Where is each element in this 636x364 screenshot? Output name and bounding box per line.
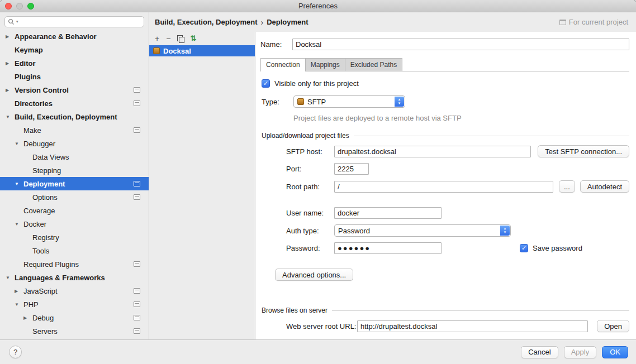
- chevron-down-icon[interactable]: ▼: [6, 275, 15, 280]
- project-settings-icon: [134, 181, 140, 186]
- sidebar-item-languages-frameworks[interactable]: ▼Languages & Frameworks: [0, 271, 149, 284]
- sidebar-item-docker[interactable]: ▼Docker: [0, 217, 149, 231]
- sidebar-item-deployment[interactable]: ▼Deployment: [0, 177, 149, 190]
- sidebar-item-directories[interactable]: Directories: [0, 97, 149, 110]
- sidebar-item-required-plugins[interactable]: Required Plugins: [0, 257, 149, 271]
- sidebar-item-php[interactable]: ▼PHP: [0, 298, 149, 311]
- sidebar-item-label: Debug: [32, 314, 54, 322]
- sidebar-item-registry[interactable]: Registry: [0, 231, 149, 244]
- sidebar-item-options[interactable]: Options: [0, 190, 149, 204]
- sidebar-item-javascript[interactable]: ▶JavaScript: [0, 284, 149, 298]
- copy-server-button[interactable]: [177, 35, 183, 42]
- sidebar-item-tools[interactable]: Tools: [0, 244, 149, 257]
- ok-button[interactable]: OK: [602, 346, 628, 358]
- chevron-right-icon[interactable]: ▶: [23, 315, 32, 320]
- sidebar-item-stepping[interactable]: Stepping: [0, 164, 149, 177]
- sidebar-item-make[interactable]: Make: [0, 123, 149, 137]
- sidebar-item-appearance-behavior[interactable]: ▶Appearance & Behavior: [0, 30, 149, 43]
- password-label: Password:: [286, 244, 334, 252]
- sync-server-button[interactable]: ⇅: [190, 35, 196, 42]
- sidebar-item-label: Languages & Frameworks: [15, 274, 105, 282]
- type-label: Type:: [262, 98, 293, 106]
- server-list-item[interactable]: Docksal: [149, 45, 255, 56]
- open-button[interactable]: Open: [597, 320, 629, 332]
- deployment-form: Name: Connection Mappings Excluded Paths…: [255, 32, 636, 339]
- sidebar-item-plugins[interactable]: Plugins: [0, 70, 149, 83]
- combo-stepper-icon[interactable]: [500, 226, 510, 236]
- save-password-checkbox[interactable]: [520, 244, 528, 252]
- name-field[interactable]: [292, 39, 629, 50]
- help-button[interactable]: ?: [9, 346, 22, 358]
- server-icon: [153, 47, 160, 54]
- root-path-field[interactable]: [334, 181, 553, 193]
- tab-mappings[interactable]: Mappings: [306, 58, 345, 71]
- sidebar-item-label: Registry: [32, 233, 59, 242]
- breadcrumb-separator-icon: ›: [260, 18, 263, 27]
- type-value: SFTP: [307, 98, 326, 106]
- name-label: Name:: [260, 40, 292, 49]
- sftp-host-field[interactable]: [334, 146, 531, 157]
- type-select[interactable]: SFTP: [293, 95, 405, 108]
- type-help-text: Project files are deployed to a remote h…: [293, 114, 629, 122]
- chevron-down-icon[interactable]: ▼: [6, 114, 15, 119]
- user-name-field[interactable]: [334, 207, 442, 219]
- remove-server-button[interactable]: −: [166, 35, 170, 42]
- autodetect-button[interactable]: Autodetect: [580, 180, 629, 193]
- web-root-field[interactable]: [357, 320, 588, 332]
- password-field[interactable]: [334, 242, 442, 254]
- sidebar-item-debug[interactable]: ▶Debug: [0, 311, 149, 324]
- auth-type-label: Auth type:: [286, 227, 334, 235]
- sidebar-item-label: Directories: [15, 99, 53, 108]
- chevron-right-icon[interactable]: ▶: [6, 34, 15, 39]
- sidebar-item-label: Tools: [32, 247, 49, 255]
- preferences-window: Preferences ▾ ▶Appearance & BehaviorKeym…: [0, 0, 636, 364]
- chevron-down-icon[interactable]: ▼: [15, 302, 23, 307]
- chevron-down-icon[interactable]: ▼: [15, 181, 23, 186]
- close-button[interactable]: [5, 3, 12, 9]
- root-path-label: Root path:: [286, 183, 334, 191]
- apply-button[interactable]: Apply: [564, 346, 597, 358]
- sidebar-item-version-control[interactable]: ▶Version Control: [0, 83, 149, 97]
- sidebar-item-build-execution-deployment[interactable]: ▼Build, Execution, Deployment: [0, 110, 149, 123]
- port-field[interactable]: [334, 163, 369, 175]
- sidebar-item-editor[interactable]: ▶Editor: [0, 56, 149, 70]
- chevron-right-icon[interactable]: ▶: [15, 289, 23, 294]
- browse-group-title: Browse files on server: [262, 306, 328, 314]
- search-options-caret-icon[interactable]: ▾: [16, 20, 18, 24]
- visible-only-checkbox[interactable]: [262, 79, 270, 88]
- sidebar-item-label: JavaScript: [23, 287, 58, 295]
- breadcrumb: Build, Execution, Deployment › Deploymen…: [149, 12, 636, 32]
- add-server-button[interactable]: +: [155, 35, 159, 42]
- project-scope-label: For current project: [569, 18, 628, 26]
- group-divider: [332, 310, 629, 311]
- chevron-right-icon[interactable]: ▶: [6, 61, 15, 66]
- window-title: Preferences: [298, 2, 338, 10]
- chevron-right-icon[interactable]: ▶: [6, 88, 15, 93]
- sidebar-item-keymap[interactable]: Keymap: [0, 43, 149, 56]
- combo-stepper-icon[interactable]: [395, 97, 404, 107]
- test-sftp-connection-button[interactable]: Test SFTP connection...: [538, 145, 629, 157]
- browse-root-path-button[interactable]: ...: [559, 180, 575, 193]
- sidebar-item-data-views[interactable]: Data Views: [0, 150, 149, 164]
- sidebar-item-label: Options: [32, 193, 58, 202]
- sidebar-item-label: Version Control: [15, 86, 69, 94]
- cancel-button[interactable]: Cancel: [521, 346, 558, 358]
- browse-group-header: Browse files on server: [262, 306, 629, 314]
- chevron-down-icon[interactable]: ▼: [15, 141, 23, 146]
- chevron-down-icon[interactable]: ▼: [15, 222, 23, 227]
- search-icon: [8, 18, 15, 25]
- sidebar-item-label: Appearance & Behavior: [15, 32, 97, 41]
- sidebar-item-debugger[interactable]: ▼Debugger: [0, 137, 149, 150]
- sidebar-item-coverage[interactable]: Coverage: [0, 204, 149, 217]
- tab-connection[interactable]: Connection: [260, 58, 306, 71]
- auth-type-select[interactable]: Password: [334, 224, 511, 237]
- sidebar-item-servers[interactable]: Servers: [0, 324, 149, 338]
- advanced-options-button[interactable]: Advanced options...: [275, 269, 353, 281]
- auth-type-value: Password: [338, 227, 370, 235]
- zoom-button[interactable]: [27, 3, 34, 9]
- settings-search[interactable]: ▾: [4, 16, 144, 27]
- tab-excluded-paths[interactable]: Excluded Paths: [345, 58, 402, 71]
- group-divider: [354, 136, 629, 136]
- search-input[interactable]: [20, 18, 141, 26]
- breadcrumb-part-2: Deployment: [267, 18, 308, 26]
